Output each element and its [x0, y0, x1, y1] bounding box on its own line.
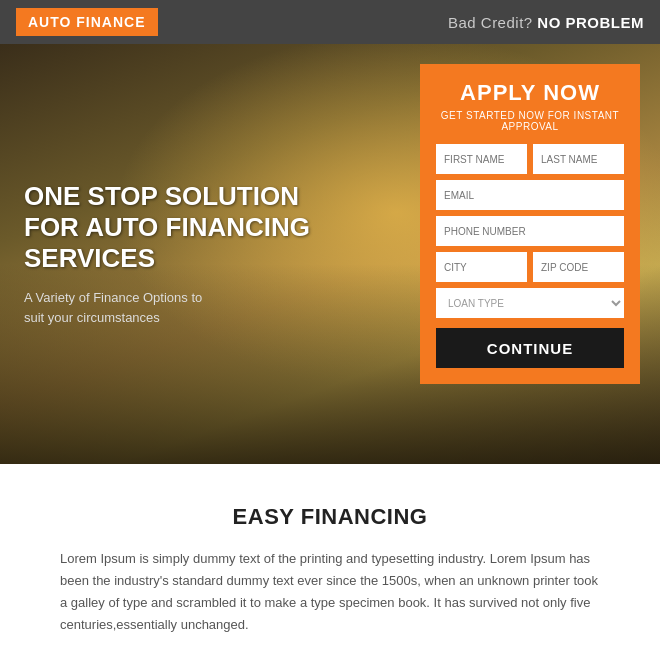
- lower-section: EASY FINANCING Lorem Ipsum is simply dum…: [0, 464, 660, 660]
- phone-row: [436, 216, 624, 246]
- loan-type-select[interactable]: LOAN TYPE Auto Loan Refinance Lease: [436, 288, 624, 318]
- apply-form-panel: APPLY NOW GET STARTED NOW FOR INSTANT AP…: [420, 64, 640, 384]
- city-zip-row: [436, 252, 624, 282]
- form-subtitle: GET STARTED NOW FOR INSTANT APPROVAL: [436, 110, 624, 132]
- tagline-normal: Bad Credit?: [448, 14, 537, 31]
- zip-input[interactable]: [533, 252, 624, 282]
- header-tagline: Bad Credit? NO PROBLEM: [448, 14, 644, 31]
- email-input[interactable]: [436, 180, 624, 210]
- hero-section: ONE STOP SOLUTION FOR AUTO FINANCING SER…: [0, 44, 660, 464]
- hero-title: ONE STOP SOLUTION FOR AUTO FINANCING SER…: [24, 181, 339, 275]
- email-row: [436, 180, 624, 210]
- hero-text-block: ONE STOP SOLUTION FOR AUTO FINANCING SER…: [0, 44, 363, 464]
- tagline-bold: NO PROBLEM: [537, 14, 644, 31]
- continue-button[interactable]: CONTINUE: [436, 328, 624, 368]
- last-name-input[interactable]: [533, 144, 624, 174]
- hero-subtitle-line2: suit your circumstances: [24, 310, 160, 325]
- hero-subtitle: A Variety of Finance Options to suit you…: [24, 288, 339, 327]
- form-title: APPLY NOW: [436, 80, 624, 106]
- site-logo: AUTO FINANCE: [16, 8, 158, 36]
- city-input[interactable]: [436, 252, 527, 282]
- body-text: Lorem Ipsum is simply dummy text of the …: [60, 548, 600, 636]
- page-header: AUTO FINANCE Bad Credit? NO PROBLEM: [0, 0, 660, 44]
- first-name-input[interactable]: [436, 144, 527, 174]
- hero-subtitle-line1: A Variety of Finance Options to: [24, 290, 202, 305]
- name-row: [436, 144, 624, 174]
- phone-input[interactable]: [436, 216, 624, 246]
- easy-financing-title: EASY FINANCING: [60, 504, 600, 530]
